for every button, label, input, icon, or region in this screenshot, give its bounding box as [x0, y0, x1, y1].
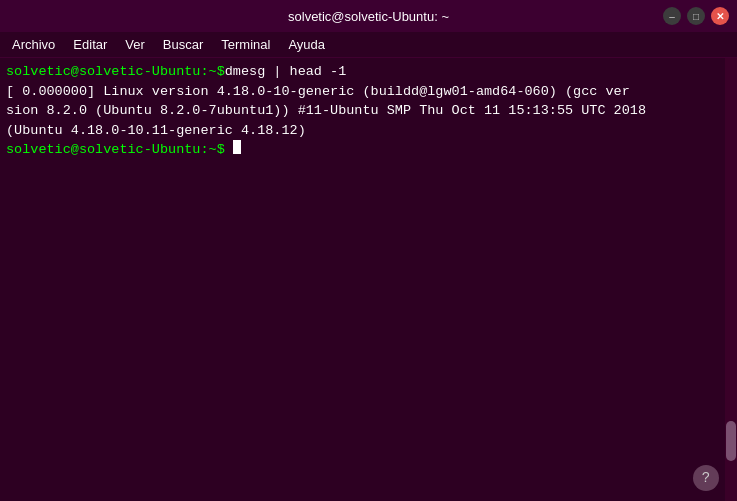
titlebar: solvetic@solvetic-Ubuntu: ~ – □ ✕ [0, 0, 737, 32]
menu-buscar[interactable]: Buscar [155, 35, 211, 54]
prompt-1: solvetic@solvetic-Ubuntu:~$ [6, 62, 225, 82]
menubar: Archivo Editar Ver Buscar Terminal Ayuda [0, 32, 737, 58]
prompt-2: solvetic@solvetic-Ubuntu:~$ [6, 140, 225, 160]
menu-archivo[interactable]: Archivo [4, 35, 63, 54]
output-text-2: sion 8.2.0 (Ubuntu 8.2.0-7ubuntu1)) #11-… [6, 101, 646, 121]
output-text-1: [ 0.000000] Linux version 4.18.0-10-gene… [6, 82, 630, 102]
maximize-button[interactable]: □ [687, 7, 705, 25]
prompt-line-2: solvetic@solvetic-Ubuntu:~$ [6, 140, 731, 160]
output-line-2: sion 8.2.0 (Ubuntu 8.2.0-7ubuntu1)) #11-… [6, 101, 731, 121]
output-text-3: (Ubuntu 4.18.0-10.11-generic 4.18.12) [6, 121, 306, 141]
window-controls: – □ ✕ [663, 7, 729, 25]
menu-ayuda[interactable]: Ayuda [280, 35, 333, 54]
menu-terminal[interactable]: Terminal [213, 35, 278, 54]
terminal-area[interactable]: solvetic@solvetic-Ubuntu:~$ dmesg | head… [0, 58, 737, 501]
scrollbar-thumb[interactable] [726, 421, 736, 461]
menu-editar[interactable]: Editar [65, 35, 115, 54]
close-button[interactable]: ✕ [711, 7, 729, 25]
help-icon[interactable]: ? [693, 465, 719, 491]
titlebar-title: solvetic@solvetic-Ubuntu: ~ [288, 9, 449, 24]
scrollbar[interactable] [725, 58, 737, 501]
cursor [233, 140, 241, 154]
menu-ver[interactable]: Ver [117, 35, 153, 54]
output-line-1: [ 0.000000] Linux version 4.18.0-10-gene… [6, 82, 731, 102]
minimize-button[interactable]: – [663, 7, 681, 25]
command-line-1: solvetic@solvetic-Ubuntu:~$ dmesg | head… [6, 62, 731, 82]
command-1: dmesg | head -1 [225, 62, 347, 82]
output-line-3: (Ubuntu 4.18.0-10.11-generic 4.18.12) [6, 121, 731, 141]
